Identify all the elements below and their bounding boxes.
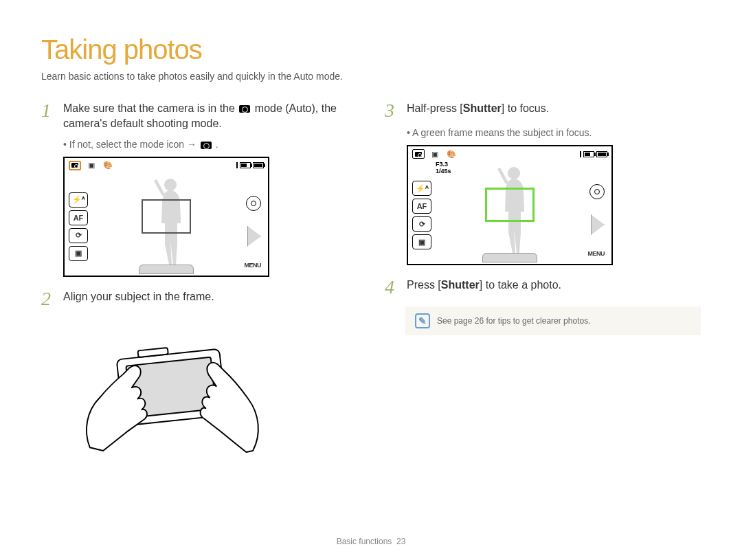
step-3-bold: Shutter [463,102,502,114]
lcd-top-right [236,162,264,168]
timer-button: ⟳ [69,228,88,243]
svg-point-4 [508,167,520,179]
battery-half-icon [583,151,594,157]
focus-frame [142,199,191,234]
page-footer: Basic functions 23 [0,537,742,546]
display-button: ▣ [412,234,431,249]
step-2-number: 2 [41,289,55,309]
content-columns: 1 Make sure that the camera is in the mo… [41,101,701,467]
flash-auto-button: ⚡ᴬ [412,181,431,196]
tip-note: ✎ See page 26 for tips to get clearer ph… [405,306,701,335]
lcd-topbar: ▣ 🎨 [69,161,264,170]
menu-label: MENU [245,262,262,269]
step-3-sub: A green frame means the subject in focus… [407,127,701,138]
bottom-tray-icon [482,253,537,262]
step-1-sub: If not, select the mode icon → . [63,139,357,150]
bottom-tray-icon [139,265,194,274]
step-2-text: Align your subject in the frame. [63,289,357,309]
step-3: 3 Half-press [Shutter] to focus. [385,101,701,120]
step-3-number: 3 [385,101,398,120]
step-4-before: Press [ [407,279,441,291]
af-button: AF [412,199,431,214]
lcd2-top-right [580,151,607,157]
af-button: AF [69,210,88,225]
lcd2-sidebar: ⚡ᴬ AF ⟳ ▣ [412,181,431,249]
step-1-sub-after: . [216,139,218,150]
lcd2-rightside: MENU [584,184,605,257]
mode-camera-icon [412,149,425,159]
mode-palette-icon: 🎨 [102,161,114,170]
camera-screen-focus: ▣ 🎨 F3.3 1/45s ⚡ᴬ AF ⟳ [407,145,613,265]
step-3-before: Half-press [ [407,102,463,114]
page-title: Taking photos [41,34,701,65]
right-column: 3 Half-press [Shutter] to focus. A green… [385,101,701,467]
page-subtitle: Learn basic actions to take photos easil… [41,71,701,82]
mode-camera-icon [69,161,81,170]
signal-bar-icon [580,151,581,157]
note-text: See page 26 for tips to get clearer phot… [437,316,590,326]
slider-handle-icon [591,214,605,235]
step-1-sub-before: If not, select the mode icon → [69,139,199,150]
camera-mode-icon [201,142,212,149]
display-button: ▣ [69,246,88,261]
step-1-text: Make sure that the camera is in the mode… [63,101,357,132]
left-column: 1 Make sure that the camera is in the mo… [41,101,357,467]
step-1: 1 Make sure that the camera is in the mo… [41,101,357,132]
svg-point-0 [164,179,177,191]
record-icon [246,196,261,211]
hands-holding-camera-illustration [63,315,276,460]
slider-handle-icon [247,226,261,247]
timer-button: ⟳ [412,216,431,232]
step-2: 2 Align your subject in the frame. [41,289,357,309]
menu-label: MENU [588,250,605,257]
lcd2-top-left: ▣ 🎨 [412,149,458,159]
battery-half-icon [240,162,251,168]
battery-full-icon [253,162,264,168]
step-4-text: Press [Shutter] to take a photo. [407,278,701,297]
lcd-rightside: MENU [240,196,261,269]
lcd-sidebar: ⚡ᴬ AF ⟳ ▣ [69,192,88,261]
record-icon [589,184,605,199]
lcd2-topbar: ▣ 🎨 [412,149,607,159]
lcd-top-left: ▣ 🎨 [69,161,114,170]
step-1-number: 1 [41,101,55,132]
step-4-bold: Shutter [441,279,480,291]
mode-scene-icon: ▣ [85,161,98,170]
footer-section: Basic functions [337,537,392,546]
camera-screen-auto: ▣ 🎨 ⚡ᴬ AF ⟳ ▣ [63,157,269,277]
battery-full-icon [596,151,607,157]
camera-mode-icon [239,105,250,113]
footer-page-number: 23 [396,537,405,546]
signal-bar-icon [236,162,238,168]
step-3-after: ] to focus. [502,102,549,114]
step-4-after: ] to take a photo. [480,279,561,291]
step-1-text-before: Make sure that the camera is in the [63,102,238,114]
step-3-text: Half-press [Shutter] to focus. [407,101,701,120]
step-4-number: 4 [385,278,398,297]
flash-auto-button: ⚡ᴬ [69,192,88,208]
shutter-speed: 1/45s [436,168,451,175]
note-icon: ✎ [415,313,430,328]
exposure-info: F3.3 1/45s [436,161,451,175]
mode-palette-icon: 🎨 [445,149,458,159]
mode-scene-icon: ▣ [429,149,441,159]
focus-frame-green [485,188,535,222]
step-4: 4 Press [Shutter] to take a photo. [385,278,701,297]
